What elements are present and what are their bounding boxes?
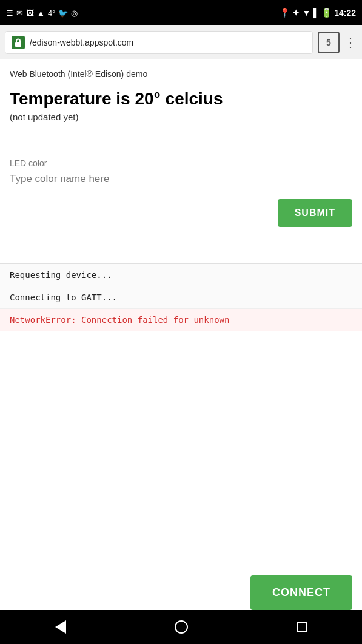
led-section: LED color [10,158,352,189]
chrome-icon: ◎ [71,8,78,18]
twitter-icon: 🐦 [58,8,68,18]
signal-icon: ▌ [313,8,319,18]
tab-count-button[interactable]: 5 [318,32,340,53]
log-section: Requesting device... Connecting to GATT.… [0,263,362,331]
bluetooth-icon: ✦ [292,8,300,18]
log-error-line: NetworkError: Connection failed for unkn… [0,309,362,331]
back-button[interactable] [49,615,73,639]
browser-chrome: /edison-webbt.appspot.com 5 ⋮ [0,25,362,59]
temperature-subtitle: (not updated yet) [10,112,352,122]
wifi-icon: ▼ [302,8,310,18]
log-line: Connecting to GATT... [0,286,362,309]
temp-display: 4° [48,8,55,18]
browser-menu-button[interactable]: ⋮ [344,35,357,50]
submit-btn-container: SUBMIT [10,199,352,227]
main-content: Web Bluetooth (Intel® Edison) demo Tempe… [0,59,362,227]
address-bar[interactable]: /edison-webbt.appspot.com [5,31,313,54]
connect-area: CONNECT [250,575,352,610]
time-display: 14:22 [334,8,356,18]
led-label: LED color [10,158,352,168]
page-subtitle: Web Bluetooth (Intel® Edison) demo [10,69,352,79]
submit-button[interactable]: SUBMIT [278,199,352,227]
mountain-icon: ▲ [37,8,45,18]
battery-icon: 🔋 [321,8,332,18]
url-text: /edison-webbt.appspot.com [30,38,133,47]
status-bar: ☰ ✉ 🖼 ▲ 4° 🐦 ◎ 📍 ✦ ▼ ▌ 🔋 14:22 [0,0,362,25]
location-icon: 📍 [280,8,290,18]
temperature-display: Temperature is 20° celcius [10,89,352,109]
lock-icon [12,36,25,49]
status-bar-left: ☰ ✉ 🖼 ▲ 4° 🐦 ◎ [6,8,78,18]
recents-button[interactable] [290,615,314,639]
svg-rect-0 [15,42,21,47]
log-line: Requesting device... [0,264,362,286]
home-button[interactable] [169,615,193,639]
nav-bar [0,610,362,644]
led-input-container [10,171,352,189]
menu-icon: ☰ [6,8,13,18]
image-icon: 🖼 [26,8,34,18]
led-color-input[interactable] [10,171,352,189]
temperature-title: Temperature is 20° celcius [10,89,352,109]
email-icon: ✉ [16,8,23,18]
status-bar-right: 📍 ✦ ▼ ▌ 🔋 14:22 [280,8,356,18]
connect-button[interactable]: CONNECT [250,575,352,610]
